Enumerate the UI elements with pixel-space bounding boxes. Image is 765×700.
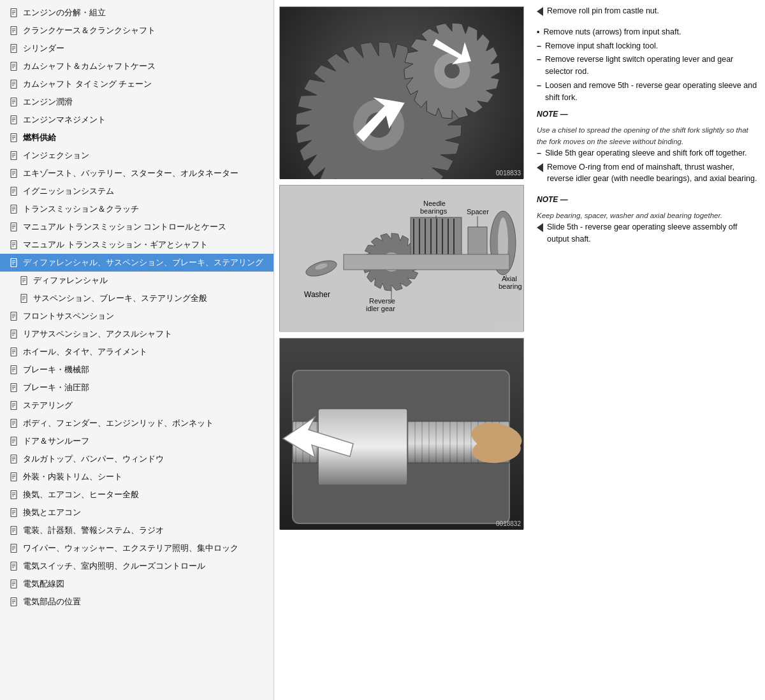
sidebar-label: 換気とエアコン <box>23 507 81 518</box>
document-icon <box>10 437 19 446</box>
sidebar-item-targa-bumper[interactable]: タルガトップ、バンパー、ウィンドウ <box>0 450 273 468</box>
sidebar-item-wipers-washers[interactable]: ワイパー、ウォッシャー、エクステリア照明、集中ロック <box>0 539 273 557</box>
sidebar-label: シリンダー <box>23 43 64 54</box>
sidebar-item-differential-suspension[interactable]: ディファレンシャル、サスペンション、ブレーキ、ステアリング <box>0 254 273 272</box>
document-icon <box>10 472 19 481</box>
instruction-panel: Remove roll pin from castle nut. • Remov… <box>529 0 765 700</box>
document-icon <box>10 98 19 106</box>
step-dash-row: – Slide 5th gear operating sleeve and sh… <box>537 147 757 159</box>
sidebar-label: ステアリング <box>23 400 73 411</box>
sidebar-label: 外装・内装トリム、シート <box>23 471 122 483</box>
document-icon <box>10 544 19 553</box>
sidebar-item-manual-trans-gear[interactable]: マニュアル トランスミッション・ギアとシャフト <box>0 236 273 254</box>
sidebar-item-electric-switches[interactable]: 電気スイッチ、室内照明、クルーズコントロール <box>0 557 273 575</box>
step-bullet-row: • Remove nuts (arrows) from input shaft. <box>537 26 757 38</box>
sidebar-item-wheels-tires[interactable]: ホイール、タイヤ、アライメント <box>0 343 273 361</box>
sidebar-label: カムシャフト タイミング チェーン <box>23 78 152 90</box>
sidebar-item-engine-disassembly[interactable]: エンジンの分解・組立 <box>0 4 273 22</box>
sidebar-item-manual-trans-control[interactable]: マニュアル トランスミッション コントロールとケース <box>0 218 273 236</box>
step-arrow-row: Remove roll pin from castle nut. <box>537 5 757 17</box>
step-block: Slide 5th - reverse gear operating sleev… <box>537 221 757 245</box>
arrow-icon <box>537 7 543 16</box>
document-icon <box>10 312 19 321</box>
sidebar-label: 電装、計器類、警報システム、ラジオ <box>23 525 164 536</box>
image-2: 0018834 <box>279 185 524 332</box>
document-icon <box>10 222 19 231</box>
step-text: Remove roll pin from castle nut. <box>547 5 659 17</box>
step-text: Slide 5th gear operating sleeve and shif… <box>545 147 747 159</box>
sidebar-item-exhaust-battery[interactable]: エキゾースト、バッテリー、スターター、オルタネーター <box>0 164 273 182</box>
sidebar-item-engine-lubrication[interactable]: エンジン潤滑 <box>0 93 273 111</box>
note-text: Keep bearing, spacer, washer and axial b… <box>537 210 757 221</box>
note-title: NOTE — <box>537 194 757 205</box>
document-icon <box>10 383 19 392</box>
sidebar-item-crankcase[interactable]: クランクケース＆クランクシャフト <box>0 22 273 40</box>
sidebar-item-camshaft[interactable]: カムシャフト＆カムシャフトケース <box>0 57 273 75</box>
step-text: Remove input shaft locking tool. <box>545 40 658 52</box>
sidebar-item-cylinder[interactable]: シリンダー <box>0 40 273 57</box>
sidebar-item-camshaft-timing[interactable]: カムシャフト タイミング チェーン <box>0 75 273 93</box>
sidebar-label: エンジン潤滑 <box>23 96 73 108</box>
sidebar-label: インジェクション <box>23 150 89 161</box>
step-block: Keep bearing, spacer, washer and axial b… <box>537 210 757 221</box>
step-block: NOTE — <box>537 194 757 205</box>
sidebar-item-suspension-general[interactable]: サスペンション、ブレーキ、ステアリング全般 <box>0 289 273 307</box>
sidebar-item-injection[interactable]: インジェクション <box>0 147 273 164</box>
dash-char: – <box>537 80 541 92</box>
document-icon <box>10 169 19 178</box>
sidebar-item-front-suspension[interactable]: フロントサスペンション <box>0 307 273 325</box>
sidebar-item-fuel-supply[interactable]: 燃料供給 <box>0 129 273 147</box>
sidebar-item-door-sunroof[interactable]: ドア＆サンルーフ <box>0 432 273 450</box>
document-icon <box>10 330 19 339</box>
sidebar-label: フロントサスペンション <box>23 310 114 322</box>
document-icon <box>10 455 19 463</box>
image-2-code: 0018834 <box>496 323 521 330</box>
document-icon <box>10 347 19 356</box>
arrow-icon <box>537 223 543 232</box>
document-icon <box>10 151 19 160</box>
step-text: Loosen and remove 5th - reverse gear ope… <box>545 80 757 104</box>
sidebar-label: タルガトップ、バンパー、ウィンドウ <box>23 453 164 465</box>
step-text: Slide 5th - reverse gear operating sleev… <box>547 221 757 245</box>
sidebar-item-body-fender[interactable]: ボディ、フェンダー、エンジンリッド、ボンネット <box>0 414 273 432</box>
dash-char: – <box>537 40 541 52</box>
image-3: 0018832 <box>279 338 524 529</box>
note-title: NOTE — <box>537 108 757 120</box>
sidebar-item-ventilation-ac2[interactable]: 換気とエアコン <box>0 504 273 521</box>
step-dash-row: – Remove input shaft locking tool. <box>537 40 757 52</box>
sidebar-item-brakes-mechanical[interactable]: ブレーキ・機械部 <box>0 361 273 379</box>
sidebar-label: エンジンマネジメント <box>23 114 106 126</box>
image-1: 0018833 <box>279 6 524 179</box>
sidebar-item-electric-parts[interactable]: 電気部品の位置 <box>0 593 273 611</box>
image-3-code: 0018832 <box>496 520 521 527</box>
sidebar-item-differential[interactable]: ディファレンシャル <box>0 272 273 289</box>
sidebar-item-ignition[interactable]: イグニッションシステム <box>0 182 273 200</box>
step-block: Remove roll pin from castle nut. <box>537 5 757 17</box>
sidebar-item-ventilation-ac[interactable]: 換気、エアコン、ヒーター全般 <box>0 486 273 504</box>
bullet-char: • <box>537 26 539 38</box>
sidebar-item-brakes-hydraulic[interactable]: ブレーキ・油圧部 <box>0 379 273 397</box>
sidebar-label: ブレーキ・機械部 <box>23 364 89 376</box>
image-1-code: 0018833 <box>496 170 521 177</box>
sidebar-item-transmission-clutch[interactable]: トランスミッション＆クラッチ <box>0 200 273 218</box>
sidebar-item-exterior-interior[interactable]: 外装・内装トリム、シート <box>0 468 273 486</box>
sidebar-item-electrics-gauges[interactable]: 電装、計器類、警報システム、ラジオ <box>0 521 273 539</box>
document-icon <box>20 276 29 285</box>
sidebar-label: リアサスペンション、アクスルシャフト <box>23 328 172 340</box>
sidebar-item-rear-suspension[interactable]: リアサスペンション、アクスルシャフト <box>0 325 273 343</box>
step-block: – Loosen and remove 5th - reverse gear o… <box>537 80 757 104</box>
step-text: Remove reverse light switch operating le… <box>545 54 757 78</box>
sidebar-item-engine-management[interactable]: エンジンマネジメント <box>0 111 273 129</box>
main-content: 0018833 0018834 0018832 Remove roll pin … <box>274 0 765 700</box>
sidebar-label: カムシャフト＆カムシャフトケース <box>23 61 156 72</box>
sidebar-label: マニュアル トランスミッション・ギアとシャフト <box>23 239 208 251</box>
document-icon <box>10 365 19 374</box>
document-icon <box>10 187 19 196</box>
document-icon <box>10 240 19 249</box>
sidebar-item-wiring-diagram[interactable]: 電気配線図 <box>0 575 273 593</box>
document-icon <box>10 205 19 214</box>
arrow-icon <box>537 163 543 172</box>
step-block: – Slide 5th gear operating sleeve and sh… <box>537 147 757 159</box>
sidebar-label: 燃料供給 <box>23 132 56 143</box>
sidebar-item-steering[interactable]: ステアリング <box>0 397 273 414</box>
